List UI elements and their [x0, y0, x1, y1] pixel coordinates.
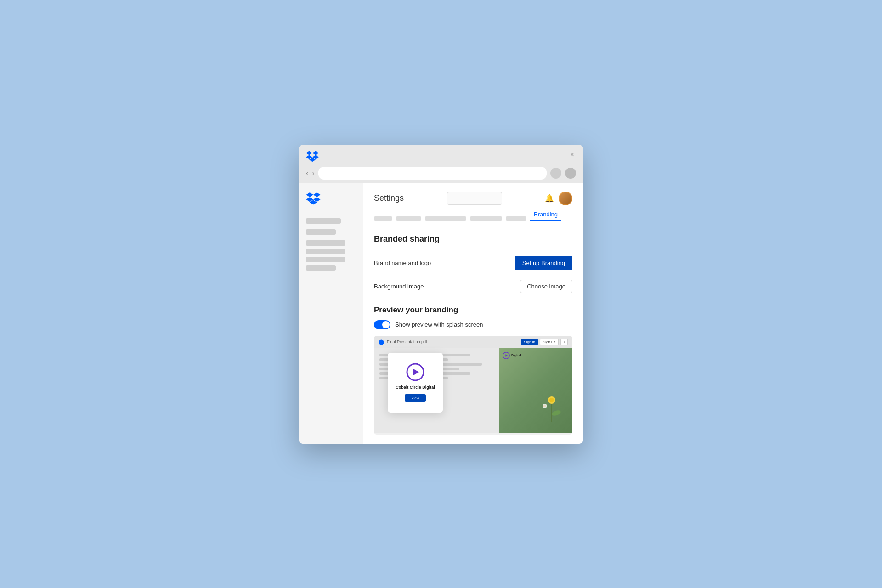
sidebar-item[interactable] [306, 229, 336, 235]
cobalt-circle-small-icon [503, 352, 510, 359]
tab-branding[interactable]: Branding [530, 209, 561, 221]
mock-action-buttons: Sign in Sign up ↓ [521, 339, 568, 345]
mock-signin-button[interactable]: Sign in [521, 339, 537, 345]
preview-mockup: ⬤ Final Presentation.pdf Sign in Sign up… [374, 336, 572, 435]
notification-bell-icon[interactable]: 🔔 [545, 194, 554, 203]
svg-point-7 [549, 398, 554, 402]
mock-content: Cobalt Circle Digital View [374, 348, 572, 433]
settings-title: Settings [374, 193, 404, 203]
splash-overlay: Cobalt Circle Digital View [388, 353, 443, 413]
nav-tab-item[interactable] [506, 216, 526, 221]
mock-document: Cobalt Circle Digital View [374, 348, 499, 433]
flower-decoration [540, 390, 563, 424]
search-bar [447, 192, 502, 205]
mock-signup-button[interactable]: Sign up [540, 339, 559, 345]
flower-icon [540, 390, 563, 422]
brand-name-logo-label: Brand name and logo [374, 260, 431, 266]
choose-image-button[interactable]: Choose image [520, 280, 572, 293]
brand-name-logo-row: Brand name and logo Set up Branding [374, 251, 572, 275]
mock-green-background: Digital [499, 348, 572, 433]
sidebar-item[interactable] [306, 240, 345, 246]
main-content: Settings 🔔 Branding [363, 183, 583, 444]
avatar[interactable] [559, 192, 572, 205]
svg-point-9 [543, 405, 546, 407]
browser-titlebar: × [299, 145, 583, 163]
browser-controls [306, 150, 323, 163]
svg-marker-1 [413, 369, 419, 375]
browser-toolbar: ‹ › [299, 163, 583, 183]
app-layout: Settings 🔔 Branding [299, 183, 583, 444]
background-image-row: Background image Choose image [374, 275, 572, 298]
search-input[interactable] [447, 192, 502, 205]
sidebar-item[interactable] [306, 257, 345, 262]
splash-brand-name: Cobalt Circle Digital [396, 385, 435, 390]
preview-section: Preview your branding Show preview with … [374, 305, 572, 435]
close-button[interactable]: × [568, 151, 576, 163]
cobalt-circle-logo-icon [406, 363, 424, 381]
sidebar-item[interactable] [306, 218, 341, 224]
mock-dropbox-icon: ⬤ [379, 339, 384, 345]
sidebar [299, 183, 363, 444]
toggle-label: Show preview with splash screen [395, 321, 483, 328]
forward-button[interactable]: › [312, 169, 314, 177]
mock-brand-text: Digital [511, 354, 521, 357]
nav-tab-item[interactable] [374, 216, 392, 221]
mock-download-button[interactable]: ↓ [560, 339, 568, 345]
preview-toggle[interactable] [374, 320, 390, 329]
settings-header: Settings 🔔 [363, 183, 583, 205]
mock-browser-bar: ⬤ Final Presentation.pdf Sign in Sign up… [374, 336, 572, 348]
dropbox-logo-icon [306, 192, 321, 205]
browser-window: × ‹ › [299, 145, 583, 444]
svg-point-5 [551, 409, 561, 416]
sidebar-logo [306, 192, 356, 207]
mock-filename: Final Presentation.pdf [387, 339, 518, 344]
mock-image-area: Digital [499, 348, 572, 433]
header-icons: 🔔 [545, 192, 572, 205]
branded-sharing-title: Branded sharing [374, 234, 572, 244]
toggle-row: Show preview with splash screen [374, 320, 572, 329]
back-button[interactable]: ‹ [306, 169, 308, 177]
preview-title: Preview your branding [374, 305, 572, 315]
setup-branding-button[interactable]: Set up Branding [515, 256, 572, 270]
url-bar[interactable] [318, 167, 547, 180]
mock-brand-badge: Digital [503, 352, 521, 359]
nav-tab-item[interactable] [425, 216, 466, 221]
sidebar-item[interactable] [306, 265, 336, 271]
browser-profile-1 [550, 168, 561, 179]
browser-profile-2 [565, 168, 576, 179]
content-area: Branded sharing Brand name and logo Set … [363, 225, 583, 444]
sidebar-item[interactable] [306, 249, 345, 254]
splash-view-button[interactable]: View [405, 394, 425, 402]
avatar-image [560, 192, 571, 204]
dropbox-favicon-icon [306, 150, 319, 163]
nav-tabs: Branding [363, 205, 583, 225]
background-image-label: Background image [374, 283, 424, 290]
nav-tab-item[interactable] [396, 216, 421, 221]
sidebar-nav [306, 218, 356, 271]
nav-tab-item[interactable] [470, 216, 502, 221]
svg-marker-3 [505, 354, 508, 357]
